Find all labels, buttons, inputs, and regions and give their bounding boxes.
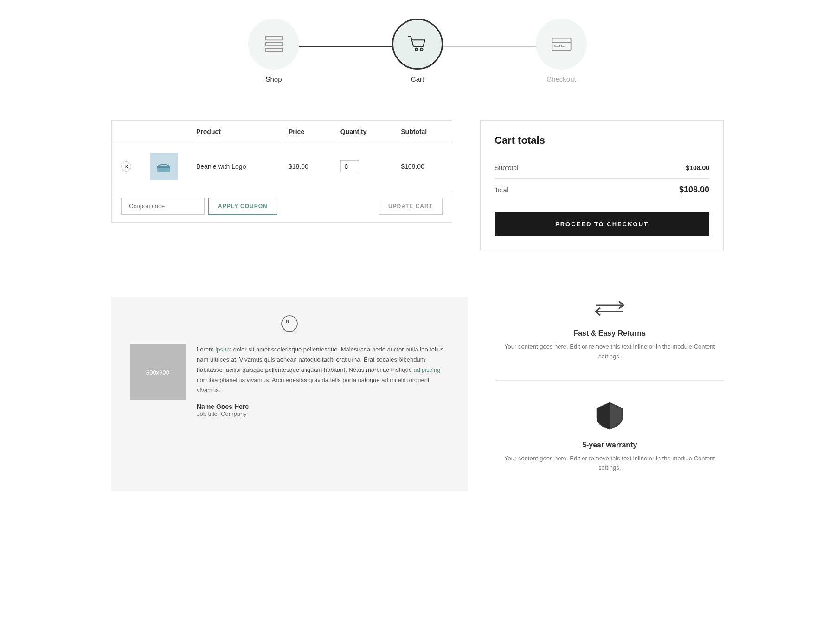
product-subtotal-cell: $108.00 bbox=[392, 143, 452, 190]
testimonial-paragraph: Lorem ipsum dolor sit amet scelerisque p… bbox=[197, 344, 449, 395]
col-subtotal: Subtotal bbox=[392, 121, 452, 143]
returns-title: Fast & Easy Returns bbox=[573, 329, 646, 338]
product-price: $18.00 bbox=[289, 163, 308, 170]
beanie-image-icon bbox=[154, 157, 173, 176]
total-label: Total bbox=[495, 186, 508, 194]
cart-icon bbox=[405, 32, 430, 57]
shop-step-label: Shop bbox=[265, 75, 282, 83]
testimonial-name: Name Goes Here bbox=[197, 403, 449, 410]
shield-icon bbox=[593, 399, 626, 432]
returns-text: Your content goes here. Edit or remove t… bbox=[495, 342, 724, 362]
step-cart[interactable]: Cart bbox=[392, 19, 443, 83]
quotation-mark-icon: ❞ bbox=[281, 315, 298, 332]
col-price: Price bbox=[279, 121, 331, 143]
col-image bbox=[141, 121, 187, 143]
col-remove bbox=[112, 121, 141, 143]
testimonial-link-ipsum[interactable]: ipsum bbox=[215, 346, 231, 353]
svg-rect-2 bbox=[265, 48, 283, 51]
col-quantity: Quantity bbox=[331, 121, 392, 143]
product-subtotal: $108.00 bbox=[401, 163, 424, 170]
cart-table-section: Product Price Quantity Subtotal × bbox=[111, 120, 452, 250]
total-value: $108.00 bbox=[679, 185, 709, 195]
proceed-to-checkout-button[interactable]: PROCEED TO CHECKOUT bbox=[495, 212, 709, 236]
testimonial-content: 600x900 Lorem ipsum dolor sit amet scele… bbox=[130, 344, 449, 417]
testimonial-image: 600x900 bbox=[130, 344, 186, 400]
apply-coupon-button[interactable]: APPLY COUPON bbox=[208, 198, 277, 215]
connector-shop-cart bbox=[299, 46, 392, 47]
subtotal-label: Subtotal bbox=[495, 164, 518, 172]
cart-actions: APPLY COUPON UPDATE CART bbox=[111, 190, 452, 223]
testimonial-section: ❞ 600x900 Lorem ipsum dolor sit amet sce… bbox=[111, 297, 468, 491]
feature-warranty: 5-year warranty Your content goes here. … bbox=[495, 399, 724, 492]
step-checkout[interactable]: Checkout bbox=[536, 19, 587, 83]
product-qty-cell bbox=[331, 143, 392, 190]
svg-rect-1 bbox=[265, 42, 283, 45]
warranty-title: 5-year warranty bbox=[582, 441, 637, 449]
testimonial-image-label: 600x900 bbox=[146, 369, 169, 376]
total-row: Total $108.00 bbox=[495, 179, 709, 201]
cart-totals-title: Cart totals bbox=[495, 134, 709, 147]
coupon-input[interactable] bbox=[121, 198, 205, 215]
cart-totals-section: Cart totals Subtotal $108.00 Total $108.… bbox=[480, 120, 724, 250]
remove-item-button[interactable]: × bbox=[121, 161, 131, 172]
warranty-icon bbox=[593, 399, 626, 434]
col-product: Product bbox=[187, 121, 279, 143]
product-image-cell bbox=[141, 143, 187, 190]
remove-cell: × bbox=[112, 143, 141, 190]
product-price-cell: $18.00 bbox=[279, 143, 331, 190]
step-shop[interactable]: Shop bbox=[248, 19, 299, 83]
main-content: Product Price Quantity Subtotal × bbox=[93, 120, 742, 250]
cart-step-circle bbox=[392, 19, 443, 70]
checkout-step-label: Checkout bbox=[546, 75, 576, 83]
cart-step-label: Cart bbox=[411, 75, 424, 83]
cart-table: Product Price Quantity Subtotal × bbox=[111, 120, 452, 190]
shop-step-circle bbox=[248, 19, 299, 70]
svg-rect-5 bbox=[552, 38, 571, 50]
checkout-steps: Shop Cart Checkout bbox=[0, 0, 835, 92]
svg-text:❞: ❞ bbox=[285, 319, 290, 328]
bottom-section: ❞ 600x900 Lorem ipsum dolor sit amet sce… bbox=[93, 297, 742, 529]
connector-cart-checkout bbox=[443, 46, 536, 47]
testimonial-job: Job title, Company bbox=[197, 410, 449, 417]
product-name-cell: Beanie with Logo bbox=[187, 143, 279, 190]
warranty-text: Your content goes here. Edit or remove t… bbox=[495, 454, 724, 473]
svg-rect-0 bbox=[265, 37, 283, 40]
subtotal-row: Subtotal $108.00 bbox=[495, 158, 709, 179]
returns-arrows-icon bbox=[591, 297, 628, 320]
testimonial-text-block: Lorem ipsum dolor sit amet scelerisque p… bbox=[197, 344, 449, 417]
features-section: Fast & Easy Returns Your content goes he… bbox=[495, 297, 724, 491]
product-name: Beanie with Logo bbox=[196, 163, 246, 170]
testimonial-link-adipiscing[interactable]: adipiscing bbox=[414, 366, 441, 373]
update-cart-button[interactable]: UPDATE CART bbox=[379, 198, 443, 215]
svg-rect-7 bbox=[554, 45, 559, 47]
quote-icon: ❞ bbox=[130, 315, 449, 335]
quantity-input[interactable] bbox=[340, 160, 359, 172]
svg-rect-8 bbox=[561, 45, 565, 47]
cart-totals-box: Cart totals Subtotal $108.00 Total $108.… bbox=[480, 120, 724, 250]
checkout-step-circle bbox=[536, 19, 587, 70]
table-row: × Beanie with Logo bbox=[112, 143, 452, 190]
feature-returns: Fast & Easy Returns Your content goes he… bbox=[495, 297, 724, 381]
product-image bbox=[150, 153, 178, 180]
checkout-icon bbox=[549, 32, 574, 57]
svg-point-3 bbox=[415, 48, 418, 51]
subtotal-value: $108.00 bbox=[686, 164, 709, 172]
returns-icon bbox=[591, 297, 628, 322]
shop-icon bbox=[261, 32, 287, 57]
svg-point-4 bbox=[420, 48, 423, 51]
svg-rect-10 bbox=[157, 166, 170, 168]
